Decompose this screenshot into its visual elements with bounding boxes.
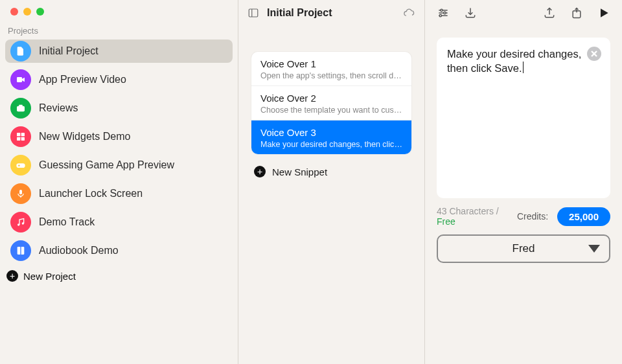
plus-icon: +: [6, 270, 18, 282]
center-column: Initial Project Voice Over 1Open the app…: [238, 0, 425, 364]
play-icon[interactable]: [597, 6, 610, 19]
music-icon: [10, 212, 31, 233]
project-title: Initial Project: [267, 7, 395, 19]
voice-select[interactable]: Fred: [437, 234, 610, 263]
snippet-subtitle: Open the app's settings, then scroll dow…: [260, 71, 402, 80]
right-column: Make your desired changes, then click Sa…: [425, 0, 622, 364]
center-header: Initial Project: [238, 0, 424, 26]
snippets-list: Voice Over 1Open the app's settings, the…: [251, 52, 411, 154]
svg-rect-4: [17, 133, 20, 136]
sidebar: Projects Initial ProjectApp Preview Vide…: [0, 0, 238, 364]
toggle-sidebar-icon[interactable]: [248, 7, 259, 19]
window-traffic-lights: [10, 8, 231, 16]
video-icon: [10, 69, 31, 90]
sidebar-item-demo-track[interactable]: Demo Track: [5, 210, 233, 234]
snippet-title: Voice Over 1: [260, 58, 402, 69]
document-icon: [10, 41, 31, 62]
svg-rect-7: [21, 137, 25, 141]
svg-rect-13: [19, 190, 22, 194]
settings-sliders-icon[interactable]: [437, 6, 450, 19]
close-icon: [591, 51, 597, 57]
svg-rect-6: [17, 137, 20, 141]
sidebar-item-initial-project[interactable]: Initial Project: [5, 40, 233, 63]
book-icon: [10, 240, 31, 261]
new-project-label: New Project: [23, 271, 76, 282]
minimize-window-button[interactable]: [23, 8, 31, 16]
svg-point-11: [22, 165, 23, 166]
sidebar-item-app-preview-video[interactable]: App Preview Video: [5, 68, 233, 91]
sidebar-item-label: Audiobook Demo: [39, 245, 119, 256]
chevron-down-icon: [588, 245, 600, 253]
character-count: 43 Characters / Free: [437, 206, 508, 227]
close-window-button[interactable]: [10, 8, 18, 16]
snippet-title: Voice Over 3: [260, 127, 402, 138]
sidebar-item-label: Demo Track: [39, 216, 95, 228]
svg-point-12: [23, 165, 24, 166]
sidebar-item-label: Initial Project: [39, 45, 98, 57]
cloud-sync-icon[interactable]: [402, 6, 415, 19]
svg-point-22: [441, 9, 443, 11]
text-editor[interactable]: Make your desired changes, then click Sa…: [437, 38, 610, 198]
svg-rect-17: [249, 9, 258, 17]
svg-rect-0: [17, 77, 22, 82]
sidebar-section-label: Projects: [8, 26, 231, 36]
widgets-icon: [10, 126, 31, 147]
sidebar-item-guessing-game-app-preview[interactable]: Guessing Game App Preview: [5, 154, 233, 177]
new-snippet-button[interactable]: + New Snippet: [254, 166, 411, 177]
sidebar-item-label: Guessing Game App Preview: [39, 159, 174, 171]
text-caret: [523, 62, 524, 73]
svg-rect-5: [21, 133, 25, 136]
snippet-item[interactable]: Voice Over 3Make your desired changes, t…: [251, 120, 411, 154]
editor-meta-row: 43 Characters / Free Credits: 25,000: [437, 206, 610, 227]
right-toolbar: [425, 0, 622, 26]
credits-pill[interactable]: 25,000: [557, 207, 610, 226]
sidebar-item-label: Launcher Lock Screen: [39, 188, 143, 199]
sidebar-item-label: Reviews: [39, 102, 78, 114]
new-snippet-label: New Snippet: [272, 166, 327, 177]
snippet-subtitle: Make your desired changes, then click Sa…: [260, 140, 402, 149]
mic-icon: [10, 183, 31, 204]
svg-rect-3: [19, 105, 22, 107]
camera-icon: [10, 98, 31, 119]
plus-icon: +: [254, 166, 266, 177]
snippet-title: Voice Over 2: [260, 93, 402, 104]
voice-select-value: Fred: [513, 242, 535, 255]
editor-text: Make your desired changes, then click Sa…: [447, 48, 581, 74]
new-project-button[interactable]: + New Project: [5, 270, 233, 282]
share-icon[interactable]: [543, 6, 556, 19]
sidebar-item-new-widgets-demo[interactable]: New Widgets Demo: [5, 125, 233, 148]
svg-point-24: [439, 15, 441, 17]
svg-rect-8: [16, 163, 25, 168]
snippet-item[interactable]: Voice Over 2Choose the template you want…: [251, 85, 411, 120]
snippet-subtitle: Choose the template you want to customiz…: [260, 106, 402, 115]
export-icon[interactable]: [570, 6, 583, 19]
svg-point-23: [444, 12, 446, 14]
import-icon[interactable]: [464, 6, 477, 19]
zoom-window-button[interactable]: [36, 8, 44, 16]
clear-text-button[interactable]: [587, 47, 601, 61]
sidebar-item-launcher-lock-screen[interactable]: Launcher Lock Screen: [5, 182, 233, 205]
svg-point-15: [17, 223, 19, 225]
svg-point-2: [19, 108, 23, 111]
svg-point-16: [22, 222, 24, 224]
snippet-item[interactable]: Voice Over 1Open the app's settings, the…: [251, 52, 411, 85]
credits-label: Credits:: [517, 211, 548, 222]
sidebar-item-label: New Widgets Demo: [39, 131, 130, 142]
sidebar-item-audiobook-demo[interactable]: Audiobook Demo: [5, 239, 233, 262]
sidebar-item-label: App Preview Video: [39, 74, 126, 85]
sidebar-item-reviews[interactable]: Reviews: [5, 97, 233, 120]
project-list: Initial ProjectApp Preview VideoReviewsN…: [5, 40, 233, 262]
gamepad-icon: [10, 155, 31, 176]
